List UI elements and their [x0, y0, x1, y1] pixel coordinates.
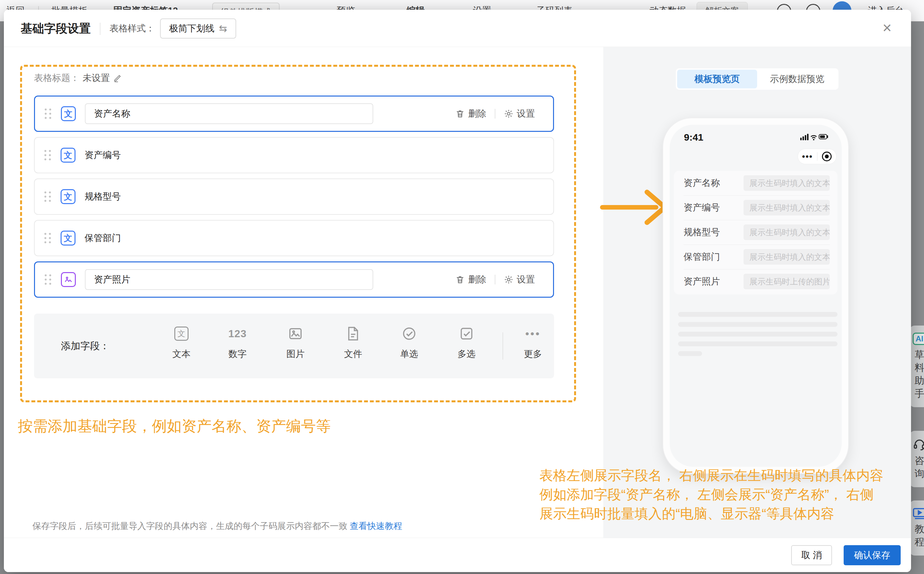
signal-wifi-battery-icons	[800, 133, 829, 142]
drag-handle-icon[interactable]	[44, 191, 51, 202]
helper-tutorial[interactable]: 教程	[909, 500, 924, 555]
basic-field-settings-dialog: 基础字段设置 表格样式： 极简下划线 ⇆ × 表格标题：未设置 文	[4, 10, 911, 572]
preview-field-card: 资产名称 展示生码时填入的文本 资产编号 展示生码时填入的文本 规格型号 展示生…	[674, 171, 837, 295]
preview-placeholder: 展示生码时上传的图片	[744, 274, 830, 289]
preview-row: 资产编号 展示生码时填入的文本	[674, 196, 837, 220]
drag-handle-icon[interactable]	[45, 109, 51, 119]
helper-consult[interactable]: 咨询	[909, 431, 924, 487]
add-field-label: 添加字段：	[61, 314, 109, 378]
phone-preview: 9:41 •••	[662, 118, 849, 474]
miniprogram-capsule: •••	[798, 149, 837, 164]
dialog-header: 基础字段设置 表格样式： 极简下划线 ⇆ ×	[4, 10, 911, 47]
close-icon[interactable]: ×	[878, 19, 896, 37]
skeleton-line	[678, 332, 837, 337]
text-field-icon: 文	[61, 189, 76, 204]
actions-divider	[495, 275, 495, 284]
add-file-field[interactable]: 文件	[344, 325, 362, 360]
preview-placeholder: 展示生码时填入的文本	[744, 175, 830, 191]
add-text-field[interactable]: 文 文本	[172, 325, 191, 360]
cancel-button[interactable]: 取 消	[791, 545, 832, 565]
preview-row: 规格型号 展示生码时填入的文本	[674, 220, 837, 244]
text-field-icon: 文	[61, 106, 76, 121]
field-name-label: 规格型号	[85, 191, 121, 203]
checkbox-field-icon	[459, 325, 474, 342]
add-checkbox-field[interactable]: 多选	[457, 325, 476, 360]
field-row-asset-name[interactable]: 文 删除 设置	[34, 96, 554, 132]
capsule-close-icon[interactable]	[817, 151, 837, 161]
delete-field-button[interactable]: 删除	[455, 107, 486, 120]
dialog-title: 基础字段设置	[21, 10, 91, 47]
drag-handle-icon[interactable]	[45, 274, 51, 285]
phone-screen: 9:41 •••	[670, 125, 842, 467]
image-field-icon	[288, 325, 303, 342]
dialog-footer: 取 消 确认保存	[4, 538, 911, 572]
gear-icon	[504, 275, 514, 284]
file-field-icon	[346, 325, 360, 342]
radio-field-icon	[402, 325, 417, 342]
helper-ai-assistant[interactable]: AI 草料助手	[909, 326, 924, 407]
table-title-row: 表格标题：未设置	[34, 72, 122, 84]
headset-icon	[912, 438, 924, 451]
add-field-bar: 添加字段： 文 文本 123 数字 图片 文件	[34, 314, 554, 378]
field-row-custody-dept[interactable]: 文 保管部门	[34, 220, 554, 256]
annotation-right: 表格左侧展示字段名， 右侧展示在生码时填写的具体内容 例如添加字段“资产名称， …	[539, 466, 883, 523]
quick-tutorial-link[interactable]: 查看快速教程	[350, 521, 402, 531]
field-row-asset-number[interactable]: 文 资产编号	[34, 137, 554, 173]
field-name-input[interactable]	[85, 103, 373, 124]
number-field-icon: 123	[229, 325, 246, 342]
skeleton-line	[678, 322, 837, 327]
table-style-label: 表格样式：	[109, 10, 155, 47]
tab-template-preview[interactable]: 模板预览页	[677, 69, 757, 88]
field-row-spec-model[interactable]: 文 规格型号	[34, 178, 554, 215]
preview-row: 保管部门 展示生码时填入的文本	[674, 244, 837, 269]
status-time: 9:41	[684, 132, 703, 143]
image-field-icon	[61, 272, 76, 287]
actions-divider	[495, 109, 495, 118]
save-footnote: 保存字段后，后续可批量导入字段的具体内容，生成的每个子码展示内容都不一致 查看快…	[32, 520, 402, 532]
add-number-field[interactable]: 123 数字	[229, 325, 246, 360]
preview-tabs: 模板预览页 示例数据预览	[676, 68, 839, 90]
add-options-divider	[503, 332, 503, 360]
swap-icon: ⇆	[219, 24, 227, 33]
arrow-icon	[598, 186, 671, 229]
table-style-value: 极简下划线	[169, 19, 214, 38]
tab-sample-data-preview[interactable]: 示例数据预览	[757, 69, 837, 88]
delete-field-button[interactable]: 删除	[455, 273, 486, 286]
field-name-label: 保管部门	[85, 232, 121, 244]
skeleton-line	[678, 312, 837, 317]
page-stage: 返回 批量模板 固定资产标签12 组件排版模式 预览 编辑 设置 子码列表 动态…	[0, 0, 924, 574]
add-image-field[interactable]: 图片	[286, 325, 304, 360]
drag-handle-icon[interactable]	[44, 150, 51, 160]
drag-handle-icon[interactable]	[44, 233, 51, 243]
add-radio-field[interactable]: 单选	[400, 325, 418, 360]
confirm-save-button[interactable]: 确认保存	[844, 545, 901, 565]
ai-assistant-icon: AI	[912, 333, 924, 345]
table-title-label: 表格标题：	[34, 72, 79, 84]
skeleton-line	[678, 351, 702, 356]
preview-row: 资产照片 展示生码时上传的图片	[674, 269, 837, 294]
text-field-icon: 文	[61, 231, 76, 246]
header-divider	[100, 23, 101, 35]
edit-pencil-icon[interactable]	[113, 74, 122, 83]
trash-icon	[455, 109, 465, 118]
table-style-selector[interactable]: 极简下划线 ⇆	[160, 19, 236, 39]
status-icons	[800, 133, 829, 142]
video-tutorial-icon	[912, 508, 924, 519]
field-settings-button[interactable]: 设置	[504, 273, 535, 286]
field-name-label: 资产编号	[85, 149, 121, 161]
field-name-input[interactable]	[85, 269, 373, 290]
field-row-asset-photo[interactable]: 删除 设置	[34, 262, 554, 298]
annotation-left: 按需添加基础字段，例如资产名称、资产编号等	[18, 416, 331, 436]
more-icon: •••	[525, 325, 541, 342]
gear-icon	[504, 109, 514, 118]
preview-placeholder: 展示生码时填入的文本	[744, 249, 830, 265]
add-more-fields[interactable]: ••• 更多	[524, 325, 542, 360]
skeleton-line	[678, 341, 837, 346]
text-field-icon: 文	[61, 148, 76, 162]
trash-icon	[455, 275, 465, 284]
preview-placeholder: 展示生码时填入的文本	[744, 224, 830, 240]
field-settings-button[interactable]: 设置	[504, 107, 535, 120]
capsule-more-icon[interactable]: •••	[798, 150, 817, 163]
table-title-value: 未设置	[83, 72, 110, 84]
preview-row: 资产名称 展示生码时填入的文本	[674, 171, 837, 196]
